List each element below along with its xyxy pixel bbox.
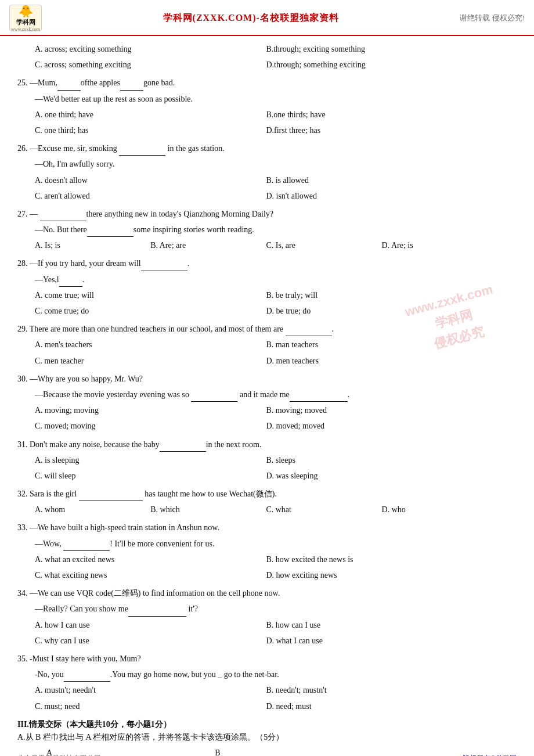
logo-url: www.zxxk.com [11, 27, 40, 31]
option-item: A. across; exciting something [35, 42, 266, 56]
question-text: —Really? Can you show me it'? [35, 602, 517, 616]
option-item: D. was sleeping [266, 469, 497, 483]
question-31: 31. Don't make any noise, because the ba… [17, 437, 517, 484]
question-text: 30. —Why are you so happy, Mr. Wu? [17, 372, 517, 386]
option-item: B. Are; are [150, 238, 266, 253]
option-item: D. be true; do [266, 304, 497, 318]
option-item: D. need; must [266, 699, 497, 714]
logo-area: 🐥 学科网 www.zxxk.com [9, 5, 42, 31]
header-center-text: 学科网(ZXXK.COM)-名校联盟独家资料 [163, 12, 339, 24]
option-item: C. aren't allowed [35, 189, 266, 203]
question-text: 29. There are more than one hundred teac… [17, 322, 517, 336]
option-item: D. who [382, 502, 497, 517]
question-32: 32. Sara is the girl has taught me how t… [17, 487, 517, 517]
question-text: 35. -Must I stay here with you, Mum? [17, 651, 517, 666]
option-item: C. Is, are [266, 238, 381, 253]
option-item: B. which [150, 502, 266, 517]
page-header: 🐥 学科网 www.zxxk.com 学科网(ZXXK.COM)-名校联盟独家资… [0, 0, 534, 36]
option-item: B. sleeps [266, 453, 497, 467]
question-26: 26. —Excuse me, sir, smoking in the gas … [17, 141, 517, 203]
footer-left: 北京凤凰学易科技有限公司 [17, 754, 101, 756]
option-item: B.through; exciting something [266, 42, 497, 56]
option-item: D. men teachers [266, 354, 497, 368]
option-item: D. isn't allowed [266, 189, 497, 203]
option-item: A. what an excited news [35, 552, 266, 567]
option-item: D.through; something exciting [266, 57, 497, 72]
option-item: C. come true; do [35, 304, 266, 318]
option-item: B. needn't; mustn't [266, 683, 497, 697]
option-item: A. one third; have [35, 107, 266, 122]
option-item: A. Is; is [35, 238, 150, 253]
option-item: A. doesn't allow [35, 173, 266, 188]
option-item: C. must; need [35, 699, 266, 714]
question-25: 25. —Mum,ofthe applesgone bad. —We'd bet… [17, 75, 517, 138]
section-3-title: III.情景交际（本大题共10分，每小题1分） [17, 719, 517, 730]
footer-right: 版权所有©学科网 [463, 754, 517, 756]
section-3-subtitle: A.从 B 栏巾找出与 A 栏相对应的答语，并将答题卡卡该选项涂黑。（5分） [17, 732, 517, 743]
option-item: C. moved; moving [35, 419, 266, 433]
question-text: —Because the movie yesterday evening was… [35, 387, 517, 402]
question-text: 28. —If you try hard, your dream will. [17, 256, 517, 271]
option-item: C. one third; has [35, 123, 266, 138]
option-item: D.first three; has [266, 123, 497, 138]
question-27: 27. — there anything new in today's Qian… [17, 207, 517, 253]
question-text: —Wow, ! It'll be more convenient for us. [35, 537, 517, 551]
question-text: —Yes,l. [35, 272, 517, 287]
option-item: A. mustn't; needn't [35, 683, 266, 697]
option-item: A. whom [35, 502, 150, 517]
option-item: B. moving; moved [266, 403, 497, 417]
option-item: A. is sleeping [35, 453, 266, 467]
option-item: C. across; something exciting [35, 57, 266, 72]
option-item: B. man teachers [266, 337, 497, 352]
question-text: -No, you.You may go home now, but you _ … [35, 667, 517, 682]
content-area: A. across; exciting something B.through;… [0, 36, 534, 756]
prev-question-options: A. across; exciting something B.through;… [17, 42, 517, 72]
option-item: A. men's teachers [35, 337, 266, 352]
option-item: C. will sleep [35, 469, 266, 483]
option-item: C. men teacher [35, 354, 266, 368]
question-28: 28. —If you try hard, your dream will. —… [17, 256, 517, 318]
option-item: C. what [266, 502, 381, 517]
option-item: D. Are; is [382, 238, 497, 253]
question-text: 27. — there anything new in today's Qian… [17, 207, 517, 221]
option-item: B. how excited the news is [266, 552, 497, 567]
option-item: A. moving; moving [35, 403, 266, 417]
option-item: B. is allowed [266, 173, 497, 188]
option-item: C. what exciting news [35, 568, 266, 582]
option-item: D. how exciting news [266, 568, 497, 582]
question-34: 34. —We can use VQR code(二维码) to find in… [17, 586, 517, 648]
question-text: 31. Don't make any noise, because the ba… [17, 437, 517, 452]
header-right-text: 谢绝转载 侵权必究! [460, 13, 525, 23]
question-text: —No. But theresome inspiring stories wor… [35, 222, 517, 237]
question-text: 33. —We have built a high-speed train st… [17, 520, 517, 535]
option-item: B. be truly; will [266, 288, 497, 303]
page-footer: 北京凤凰学易科技有限公司 版权所有©学科网 [0, 754, 534, 756]
option-item: B.one thirds; have [266, 107, 497, 122]
option-item: A. come true; will [35, 288, 266, 303]
option-item: A. how I can use [35, 618, 266, 632]
logo-text: 学科网 [16, 18, 35, 27]
question-35: 35. -Must I stay here with you, Mum? -No… [17, 651, 517, 714]
question-text: 25. —Mum,ofthe applesgone bad. [17, 75, 517, 90]
option-item: D. what I can use [266, 633, 497, 648]
question-text: 26. —Excuse me, sir, smoking in the gas … [17, 141, 517, 156]
option-item: C. why can I use [35, 633, 266, 648]
option-item: B. how can I use [266, 618, 497, 632]
question-text: —Oh, I'm awfully sorry. [35, 157, 517, 171]
question-33: 33. —We have built a high-speed train st… [17, 520, 517, 582]
option-item: D. moved; moved [266, 419, 497, 433]
question-29: 29. There are more than one hundred teac… [17, 322, 517, 368]
question-text: 32. Sara is the girl has taught me how t… [17, 487, 517, 501]
question-text: 34. —We can use VQR code(二维码) to find in… [17, 586, 517, 600]
question-text: —We'd better eat up the rest as soon as … [35, 92, 517, 106]
question-30: 30. —Why are you so happy, Mr. Wu? —Beca… [17, 372, 517, 434]
